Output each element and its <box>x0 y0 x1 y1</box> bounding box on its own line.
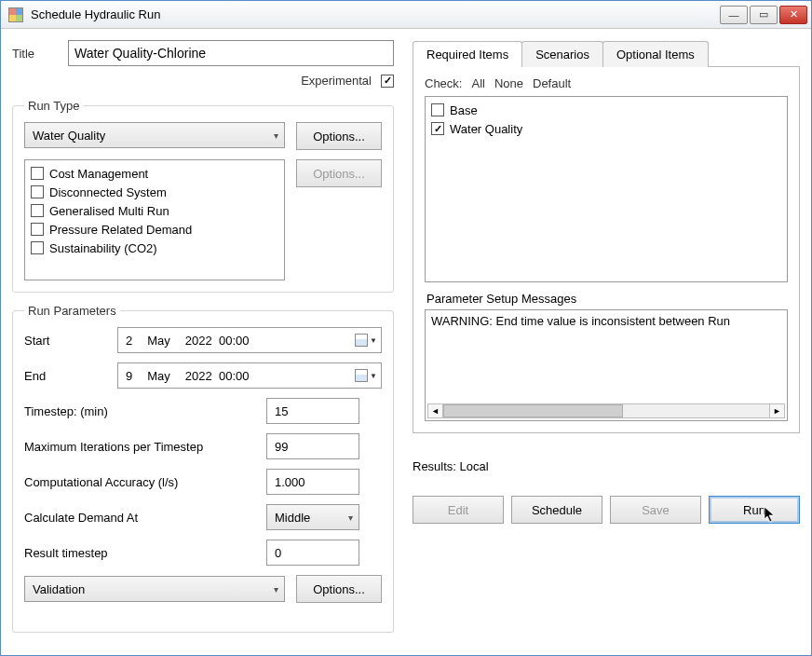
title-row: Title <box>12 40 394 66</box>
action-buttons: Edit Schedule Save Run <box>413 496 800 524</box>
close-icon: ✕ <box>790 8 798 20</box>
app-icon <box>8 7 23 22</box>
window-controls: — ▭ ✕ <box>720 6 807 24</box>
left-column: Title Experimental Run Type Water Qualit… <box>12 40 394 644</box>
chevron-down-icon: ▼ <box>370 336 377 345</box>
client-area: Title Experimental Run Type Water Qualit… <box>1 29 811 655</box>
titlebar: Schedule Hydraulic Run — ▭ ✕ <box>1 1 811 29</box>
edit-button: Edit <box>413 496 504 524</box>
compacc-input[interactable] <box>266 469 359 495</box>
calcdemand-dropdown[interactable]: Middle ▾ <box>266 504 359 530</box>
checkbox-icon[interactable] <box>431 122 444 135</box>
list-item[interactable]: Cost Management <box>31 164 278 183</box>
experimental-row: Experimental <box>12 74 394 88</box>
run-params-legend: Run Parameters <box>24 304 120 318</box>
maximize-icon: ▭ <box>759 8 768 20</box>
list-item[interactable]: Water Quality <box>431 119 781 138</box>
scenario-list[interactable]: Base Water Quality <box>425 96 788 282</box>
experimental-checkbox[interactable] <box>381 75 394 88</box>
start-label: Start <box>24 334 117 348</box>
tab-optional-items[interactable]: Optional Items <box>602 41 709 67</box>
run-params-group: Run Parameters Start 2 May 2022 00:00 ▼ <box>12 304 394 633</box>
chevron-down-icon: ▼ <box>370 372 377 380</box>
check-all-link[interactable]: All <box>471 76 484 90</box>
tabs: Required Items Scenarios Optional Items <box>413 40 800 67</box>
minimize-button[interactable]: — <box>720 6 748 24</box>
checkbox-icon[interactable] <box>31 167 44 180</box>
calendar-icon <box>355 369 368 382</box>
checkbox-icon[interactable] <box>431 103 444 116</box>
compacc-row: Computational Accuracy (l/s) <box>24 469 382 495</box>
run-type-value: Water Quality <box>33 129 105 143</box>
close-button[interactable]: ✕ <box>779 6 807 24</box>
title-label: Title <box>12 47 59 61</box>
timestep-input[interactable] <box>266 398 359 424</box>
right-column: Required Items Scenarios Optional Items … <box>413 40 800 644</box>
calendar-icon <box>355 334 368 347</box>
checkbox-icon[interactable] <box>31 223 44 236</box>
experimental-label: Experimental <box>301 74 372 88</box>
minimize-icon: — <box>729 9 739 20</box>
chevron-down-icon: ▾ <box>348 512 353 523</box>
run-type-dropdown[interactable]: Water Quality ▾ <box>24 122 285 148</box>
window-title: Schedule Hydraulic Run <box>31 7 712 21</box>
check-default-link[interactable]: Default <box>533 76 571 90</box>
tab-scenarios[interactable]: Scenarios <box>521 41 603 67</box>
check-links: Check: All None Default <box>425 76 788 90</box>
maxiter-label: Maximum Iterations per Timestep <box>24 440 266 454</box>
scroll-track[interactable] <box>443 404 769 417</box>
checkbox-icon[interactable] <box>31 204 44 217</box>
run-type-legend: Run Type <box>24 99 83 113</box>
chevron-down-icon: ▾ <box>274 584 278 594</box>
validation-dropdown[interactable]: Validation ▾ <box>24 576 285 602</box>
title-input[interactable] <box>68 40 394 66</box>
results-label: Results: Local <box>413 459 800 473</box>
list-item[interactable]: Disconnected System <box>31 183 278 201</box>
resultts-label: Result timestep <box>24 546 266 560</box>
validation-row: Validation ▾ Options... <box>24 575 382 603</box>
list-item[interactable]: Base <box>431 101 781 119</box>
chevron-down-icon: ▾ <box>274 130 278 141</box>
window: Schedule Hydraulic Run — ▭ ✕ Title Exper… <box>0 0 812 656</box>
schedule-button[interactable]: Schedule <box>511 496 602 524</box>
resultts-row: Result timestep <box>24 540 382 566</box>
start-datetime-input[interactable]: 2 May 2022 00:00 ▼ <box>117 327 382 353</box>
scroll-right-icon[interactable]: ► <box>769 404 784 417</box>
checkbox-icon[interactable] <box>31 185 44 198</box>
calcdemand-label: Calculate Demand At <box>24 511 266 525</box>
list-item[interactable]: Generalised Multi Run <box>31 201 278 220</box>
save-button: Save <box>610 496 701 524</box>
tab-required-items[interactable]: Required Items <box>413 41 522 67</box>
scroll-thumb[interactable] <box>443 404 623 417</box>
run-type-options2-button: Options... <box>296 159 382 187</box>
psm-message: WARNING: End time value is inconsistent … <box>431 314 781 328</box>
psm-label: Parameter Setup Messages <box>426 292 788 306</box>
cursor-icon <box>764 506 777 523</box>
calcdemand-row: Calculate Demand At Middle ▾ <box>24 504 382 530</box>
check-none-link[interactable]: None <box>494 76 523 90</box>
checkbox-icon[interactable] <box>31 241 44 254</box>
maxiter-row: Maximum Iterations per Timestep <box>24 433 382 459</box>
end-row: End 9 May 2022 00:00 ▼ <box>24 362 382 389</box>
list-item[interactable]: Sustainability (CO2) <box>31 239 278 257</box>
end-datetime-input[interactable]: 9 May 2022 00:00 ▼ <box>117 362 382 389</box>
validation-options-button[interactable]: Options... <box>296 575 382 603</box>
compacc-label: Computational Accuracy (l/s) <box>24 475 266 489</box>
timestep-row: Timestep: (min) <box>24 398 382 424</box>
end-label: End <box>24 369 117 383</box>
run-button[interactable]: Run <box>709 496 800 524</box>
maxiter-input[interactable] <box>266 433 359 459</box>
resultts-input[interactable] <box>266 540 359 566</box>
list-item[interactable]: Pressure Related Demand <box>31 220 278 239</box>
maximize-button[interactable]: ▭ <box>750 6 778 24</box>
horizontal-scrollbar[interactable]: ◄ ► <box>427 403 785 418</box>
check-prefix: Check: <box>425 76 462 90</box>
run-type-list[interactable]: Cost Management Disconnected System Gene… <box>24 159 285 280</box>
run-type-group: Run Type Water Quality ▾ Options... Cost… <box>12 99 394 293</box>
tab-pane: Check: All None Default Base Water Quali… <box>413 67 800 433</box>
start-row: Start 2 May 2022 00:00 ▼ <box>24 327 382 353</box>
timestep-label: Timestep: (min) <box>24 404 266 418</box>
psm-box[interactable]: WARNING: End time value is inconsistent … <box>425 309 788 421</box>
scroll-left-icon[interactable]: ◄ <box>428 404 443 417</box>
run-type-options-button[interactable]: Options... <box>296 122 382 150</box>
